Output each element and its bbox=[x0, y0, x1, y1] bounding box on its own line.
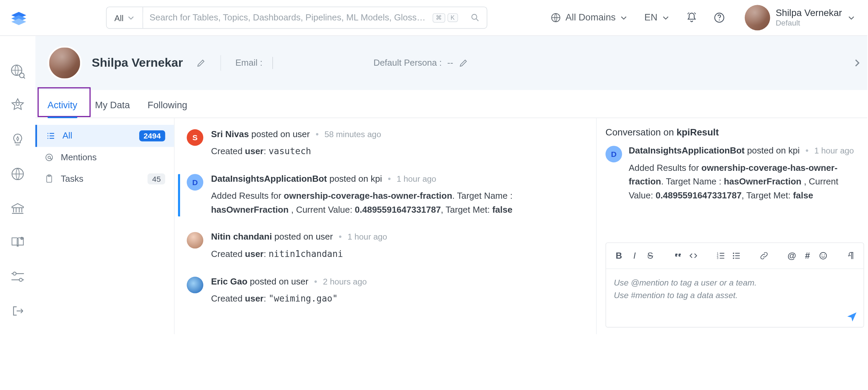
svg-point-10 bbox=[19, 278, 22, 281]
feed-time: 1 hour ago bbox=[397, 174, 436, 183]
conversation-time: 1 hour ago bbox=[814, 146, 854, 155]
feed-item[interactable]: D DataInsightsApplicationBot posted on k… bbox=[178, 174, 584, 217]
feed-action: posted on kpi bbox=[329, 174, 382, 183]
feed-item[interactable]: Nitin chandani posted on user • 1 hour a… bbox=[187, 232, 584, 261]
help-icon bbox=[713, 12, 725, 24]
language-select[interactable]: EN bbox=[640, 12, 674, 23]
search-input[interactable] bbox=[143, 13, 432, 22]
conversation-title: Conversation on kpiResult bbox=[606, 127, 864, 138]
profile-name: Shilpa Vernekar bbox=[92, 56, 183, 70]
search-icon[interactable] bbox=[464, 13, 487, 22]
svg-point-6 bbox=[16, 102, 19, 105]
filter-all-label: All bbox=[62, 131, 72, 141]
persona-field: Default Persona : -- bbox=[373, 58, 469, 68]
ordered-list-button[interactable]: 123 bbox=[715, 248, 727, 263]
bold-button[interactable]: B bbox=[613, 248, 625, 263]
help-button[interactable] bbox=[709, 8, 729, 28]
persona-value: -- bbox=[447, 58, 453, 68]
italic-button[interactable]: I bbox=[628, 248, 641, 263]
send-icon bbox=[846, 310, 858, 323]
user-persona: Default bbox=[776, 19, 842, 27]
avatar: S bbox=[187, 129, 204, 146]
activity-feed: S Sri Nivas posted on user • 58 minutes … bbox=[175, 118, 597, 334]
edit-name-button[interactable] bbox=[196, 58, 206, 68]
avatar bbox=[187, 277, 204, 293]
tab-my-data[interactable]: My Data bbox=[95, 95, 130, 118]
link-button[interactable] bbox=[758, 248, 770, 263]
filter-tasks-count: 45 bbox=[148, 174, 165, 184]
profile-header: Shilpa Vernekar Email : Default Persona … bbox=[35, 36, 867, 90]
feed-action: posted on user bbox=[274, 232, 333, 242]
user-name: Shilpa Vernekar bbox=[776, 8, 842, 18]
emoji-button[interactable] bbox=[817, 248, 829, 263]
chevron-down-icon bbox=[620, 14, 628, 22]
reply-editor: B I S 123 @ bbox=[606, 242, 864, 327]
reply-textarea[interactable]: Use @mention to tag a user or a team. Us… bbox=[606, 269, 863, 327]
domain-select[interactable]: All Domains bbox=[546, 12, 632, 23]
conversation-body: Added Results for ownership-coverage-has… bbox=[629, 161, 862, 202]
feed-time: 1 hour ago bbox=[348, 232, 387, 242]
user-menu[interactable]: Shilpa Vernekar Default bbox=[745, 5, 855, 31]
nav-quality[interactable] bbox=[9, 97, 26, 114]
nav-governance[interactable] bbox=[9, 199, 26, 217]
nav-glossary[interactable] bbox=[9, 234, 26, 251]
feed-item[interactable]: S Sri Nivas posted on user • 58 minutes … bbox=[187, 129, 584, 159]
avatar: D bbox=[606, 146, 622, 162]
tab-activity[interactable]: Activity bbox=[48, 95, 77, 118]
svg-point-3 bbox=[719, 19, 720, 20]
tab-following[interactable]: Following bbox=[148, 95, 188, 118]
bullet-list-button[interactable] bbox=[730, 248, 743, 263]
svg-point-18 bbox=[733, 253, 735, 254]
svg-point-20 bbox=[733, 258, 735, 259]
svg-point-19 bbox=[733, 255, 735, 257]
hashtag-button[interactable]: # bbox=[801, 248, 814, 263]
email-cursor bbox=[272, 57, 273, 69]
topbar: All ⌘K All Domains EN bbox=[0, 0, 867, 36]
filter-tasks[interactable]: Tasks 45 bbox=[35, 168, 174, 190]
chevron-down-icon bbox=[848, 14, 855, 22]
nav-insights[interactable] bbox=[9, 131, 26, 149]
bell-icon bbox=[686, 12, 698, 24]
feed-time: 2 hours ago bbox=[323, 277, 367, 286]
expand-button[interactable] bbox=[852, 58, 862, 68]
clipboard-icon bbox=[44, 174, 54, 184]
conversation-action: posted on kpi bbox=[747, 146, 800, 155]
app-logo[interactable] bbox=[8, 6, 30, 29]
nav-domains[interactable] bbox=[9, 165, 26, 183]
svg-point-23 bbox=[824, 255, 825, 255]
filter-all-count: 2494 bbox=[139, 130, 165, 141]
globe-icon bbox=[550, 12, 561, 23]
activity-filters: All 2494 Mentions Tasks bbox=[35, 118, 175, 334]
strike-button[interactable]: S bbox=[644, 248, 656, 263]
nav-logout[interactable] bbox=[9, 302, 26, 320]
svg-point-22 bbox=[821, 255, 822, 255]
code-button[interactable] bbox=[687, 248, 700, 263]
notifications-button[interactable] bbox=[682, 8, 702, 28]
pencil-icon bbox=[459, 58, 469, 68]
nav-settings[interactable] bbox=[9, 268, 26, 286]
profile-tabs: Activity My Data Following bbox=[35, 90, 867, 118]
feed-author: DataInsightsApplicationBot bbox=[211, 174, 327, 183]
quote-button[interactable] bbox=[672, 248, 684, 263]
feed-author: Nitin chandani bbox=[211, 232, 272, 242]
svg-point-9 bbox=[13, 272, 16, 275]
avatar bbox=[187, 232, 204, 249]
filter-all[interactable]: All 2494 bbox=[35, 125, 174, 147]
edit-persona-button[interactable] bbox=[459, 58, 469, 68]
filter-mentions-label: Mentions bbox=[61, 152, 97, 162]
avatar: D bbox=[187, 174, 204, 191]
mention-button[interactable]: @ bbox=[786, 248, 798, 263]
send-button[interactable] bbox=[846, 310, 858, 323]
editor-toolbar: B I S 123 @ bbox=[606, 243, 863, 269]
feed-body: Created user: nitin1chandani bbox=[211, 248, 584, 261]
search-scope-select[interactable]: All bbox=[107, 7, 143, 28]
feed-item[interactable]: Eric Gao posted on user • 2 hours ago Cr… bbox=[187, 277, 584, 306]
paragraph-button[interactable] bbox=[845, 248, 857, 263]
filter-mentions[interactable]: Mentions bbox=[35, 147, 174, 168]
nav-explore[interactable] bbox=[9, 62, 26, 80]
feed-body: Created user: vasutech bbox=[211, 145, 584, 158]
avatar bbox=[745, 5, 770, 31]
feed-author: Sri Nivas bbox=[211, 129, 249, 139]
list-icon bbox=[46, 131, 56, 141]
profile-avatar bbox=[48, 46, 82, 80]
